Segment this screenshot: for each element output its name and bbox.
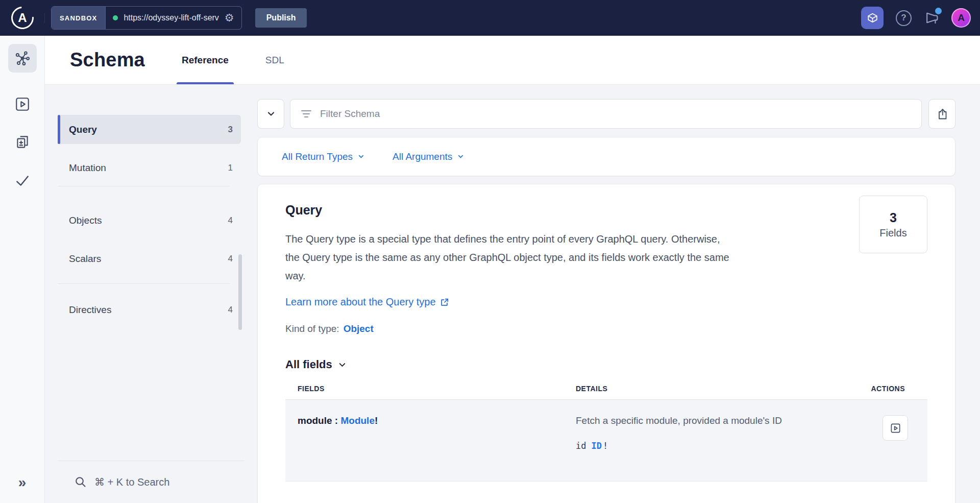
type-title: Query — [285, 203, 927, 218]
field-name: module — [298, 415, 332, 426]
apollo-logo-icon[interactable]: A — [11, 7, 34, 29]
documents-diff-icon — [14, 134, 31, 150]
nav-divider — [58, 283, 230, 284]
top-bar: A SANDBOX https://odyssey-lift-off-serv … — [0, 0, 980, 36]
tab-reference[interactable]: Reference — [177, 36, 234, 84]
tab-sdl[interactable]: SDL — [260, 36, 289, 84]
field-type-link[interactable]: Module — [340, 415, 375, 426]
run-field-button[interactable] — [883, 415, 908, 441]
graph-url-pill: SANDBOX https://odyssey-lift-off-serv ⚙ — [51, 6, 242, 30]
column-header-actions: ACTIONS — [839, 385, 915, 393]
chevron-down-icon — [457, 153, 464, 160]
arguments-filter[interactable]: All Arguments — [393, 151, 464, 162]
checkmark-icon — [14, 173, 31, 189]
filter-bar — [257, 99, 955, 129]
nav-scrollbar[interactable] — [238, 254, 242, 330]
filter-expand-button[interactable] — [257, 99, 284, 129]
page-header: Schema Reference SDL — [45, 36, 980, 85]
expand-sidebar-button[interactable]: » — [18, 475, 27, 490]
all-fields-label: All fields — [285, 358, 332, 371]
fields-table-header: FIELDS DETAILS ACTIONS — [285, 385, 927, 400]
page-title: Schema — [70, 49, 145, 71]
notification-dot — [935, 8, 942, 14]
return-types-filter[interactable]: All Return Types — [282, 151, 365, 162]
chevron-down-icon — [337, 360, 347, 370]
nav-item-label: Query — [69, 124, 97, 135]
connection-status-dot — [113, 15, 118, 20]
nav-item-directives[interactable]: Directives 4 — [58, 295, 241, 324]
column-header-fields: FIELDS — [298, 385, 576, 393]
endpoint-url-segment[interactable]: https://odyssey-lift-off-serv ⚙ — [106, 7, 241, 29]
share-export-icon — [936, 108, 948, 120]
sandbox-cube-button[interactable] — [861, 7, 884, 29]
nav-item-objects[interactable]: Objects 4 — [58, 206, 241, 235]
nav-item-label: Objects — [69, 215, 102, 226]
rail-item-schema[interactable] — [8, 44, 37, 73]
chevron-down-icon — [357, 153, 365, 160]
publish-button[interactable]: Publish — [255, 8, 307, 28]
query-type-card: Query 3 Fields The Query type is a speci… — [257, 184, 955, 503]
tab-active-underline — [177, 82, 234, 84]
external-link-icon — [440, 298, 449, 307]
fields-count-box: 3 Fields — [859, 196, 927, 253]
all-fields-toggle[interactable]: All fields — [285, 358, 347, 371]
help-button[interactable]: ? — [896, 10, 912, 26]
avatar[interactable]: A — [951, 8, 971, 28]
argument-bang: ! — [603, 441, 608, 451]
nav-item-count: 4 — [228, 215, 233, 226]
schema-nav: Query 3 Mutation 1 Objects 4 Scalars 4 D… — [58, 115, 241, 324]
nav-divider — [58, 186, 230, 186]
rail-item-explorer[interactable] — [14, 96, 31, 112]
rail-item-collections[interactable] — [14, 134, 31, 150]
type-filters-card: All Return Types All Arguments — [257, 137, 955, 176]
nav-item-count: 4 — [228, 305, 233, 315]
search-shortcut[interactable]: ⌘ + K to Search — [58, 461, 244, 503]
learn-more-link[interactable]: Learn more about the Query type — [285, 296, 449, 308]
nav-item-query[interactable]: Query 3 — [58, 115, 241, 144]
endpoint-url-value[interactable]: https://odyssey-lift-off-serv — [124, 13, 218, 22]
content-area: Schema Reference SDL Query 3 Mutation 1 … — [45, 36, 980, 503]
filter-lines-icon — [301, 110, 312, 117]
kind-value-link[interactable]: Object — [344, 323, 374, 334]
table-row: module : Module! Fetch a specific module… — [285, 400, 927, 482]
type-description: The Query type is a special type that de… — [285, 230, 734, 285]
fields-count-value: 3 — [890, 210, 897, 225]
question-mark-icon: ? — [901, 13, 906, 23]
nav-item-label: Directives — [69, 304, 111, 316]
gear-icon[interactable]: ⚙ — [225, 13, 234, 23]
kind-label: Kind of type: — [285, 323, 339, 334]
field-separator: : — [332, 415, 341, 426]
search-hint-label: ⌘ + K to Search — [94, 476, 169, 488]
tab-sdl-label: SDL — [265, 55, 284, 66]
kind-of-type-line: Kind of type:Object — [285, 323, 927, 334]
sandbox-badge: SANDBOX — [52, 7, 106, 29]
nav-item-scalars[interactable]: Scalars 4 — [58, 244, 241, 273]
arguments-label: All Arguments — [393, 151, 452, 162]
column-header-details: DETAILS — [576, 385, 839, 393]
tab-bar: Reference SDL — [177, 36, 289, 84]
field-bang: ! — [375, 415, 378, 426]
fields-count-label: Fields — [879, 227, 906, 239]
apollo-logo-letter: A — [11, 7, 34, 29]
avatar-letter: A — [958, 12, 965, 23]
chevron-down-icon — [266, 109, 276, 119]
learn-more-label: Learn more about the Query type — [285, 296, 436, 308]
sandbox-cube-icon — [866, 11, 879, 25]
announcements-button[interactable] — [924, 10, 940, 26]
apollo-logo-cell: A — [0, 7, 45, 29]
field-signature: module : Module! — [298, 415, 576, 468]
field-details: Fetch a specific module, provided a modu… — [576, 415, 839, 468]
schema-graph-icon — [14, 50, 31, 66]
play-square-icon — [890, 422, 901, 434]
rail-item-checks[interactable] — [14, 173, 31, 189]
argument-type-link[interactable]: ID — [591, 441, 601, 451]
export-schema-button[interactable] — [928, 99, 955, 129]
field-actions-cell — [839, 415, 915, 468]
nav-item-count: 1 — [228, 163, 233, 173]
filter-schema-input[interactable] — [319, 108, 911, 120]
nav-item-mutation[interactable]: Mutation 1 — [58, 153, 241, 182]
field-description: Fetch a specific module, provided a modu… — [576, 415, 839, 426]
field-arguments: idID! — [576, 441, 839, 451]
nav-item-label: Mutation — [69, 162, 106, 174]
tab-reference-label: Reference — [182, 55, 229, 66]
